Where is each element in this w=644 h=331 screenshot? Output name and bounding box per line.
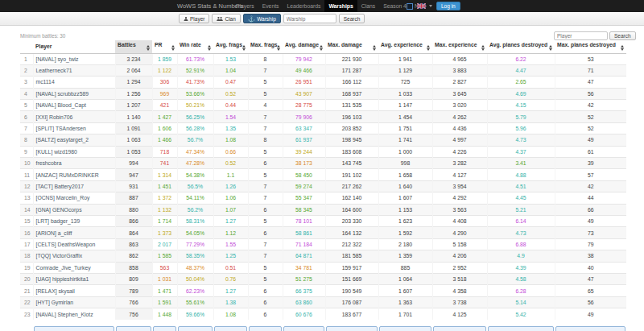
nav-link-clans[interactable]: Clans: [357, 0, 379, 12]
player-name-link[interactable]: [XXI] Robin706: [33, 111, 115, 122]
player-name-link[interactable]: [ANZAC] RUMxDRINKER: [33, 169, 115, 180]
cell-max_experience: 5 158: [432, 238, 487, 250]
column-filter-input[interactable]: [178, 326, 213, 331]
player-name-link[interactable]: [SPLIT] TSAndersen: [33, 122, 115, 134]
cell-max_frags: 8: [248, 53, 283, 64]
column-header-battles[interactable]: Battles: [115, 40, 152, 53]
cell-max_frags: 4: [248, 100, 283, 111]
column-filter-input[interactable]: [283, 326, 324, 331]
nav-link-events[interactable]: Events: [258, 0, 283, 12]
column-filter-input[interactable]: [249, 326, 282, 331]
column-header-max_damage[interactable]: Max. damage: [325, 40, 378, 53]
player-search-mode-button[interactable]: Player: [179, 14, 209, 23]
player-filter-search-button[interactable]: Search: [609, 31, 636, 40]
cell-avg_damage: 59 274: [283, 180, 325, 192]
language-selector[interactable]: [417, 3, 432, 9]
column-filter-input[interactable]: [116, 326, 151, 331]
cell-max_experience: 3 883: [432, 64, 487, 76]
column-filter-input[interactable]: [326, 326, 378, 331]
column-header-avg_frags[interactable]: Avg. frags: [213, 40, 248, 53]
cell-avg_planes: 5.21: [487, 204, 555, 215]
cell-max_experience: 3 282: [432, 158, 487, 169]
cell-win_rate: 59.66%: [177, 308, 213, 320]
cell-avg_experience: 1 064: [378, 273, 432, 284]
nav-link-leaderboards[interactable]: Leaderboards: [283, 0, 324, 12]
column-filter-input[interactable]: [214, 326, 247, 331]
cell-win_rate: 54.05%: [177, 227, 213, 238]
rank-cell: 7: [20, 122, 33, 134]
login-button[interactable]: Log in: [436, 2, 460, 10]
warship-search-input[interactable]: [283, 14, 336, 23]
player-name-link[interactable]: [NAVAL] scrubbzz589: [33, 88, 115, 99]
player-filter-input[interactable]: [554, 31, 608, 40]
player-name-link[interactable]: [GNA] GENOcorps: [33, 204, 115, 215]
cell-max_experience: 2 952: [432, 262, 487, 273]
column-header-label: Max. frags: [250, 42, 278, 48]
column-filter-input[interactable]: [34, 326, 114, 331]
player-name-link[interactable]: [KULL] wizd1980: [33, 146, 115, 157]
column-header-avg_experience[interactable]: Avg. experience: [378, 40, 432, 53]
player-name-link[interactable]: [RELAX] skysail: [33, 285, 115, 296]
player-name-link[interactable]: [NAVAL] Stephen_Klotz: [33, 308, 115, 320]
nav-link-warships[interactable]: Warships: [324, 0, 357, 12]
cell-max_experience: 3 020: [432, 100, 487, 111]
player-name-link[interactable]: [ARION] a_cliff: [33, 227, 115, 238]
navbar-right: Log in: [407, 0, 460, 12]
player-name-link[interactable]: [CELTS] DeathsWeapon: [33, 238, 115, 250]
player-name-link[interactable]: [LRT] badger_139: [33, 215, 115, 226]
cell-battles: 947: [115, 169, 152, 180]
nav-link-players[interactable]: Players: [232, 0, 258, 12]
cell-max_frags: 6: [248, 158, 283, 169]
player-name-link[interactable]: mc1114: [33, 77, 115, 88]
column-header-avg_damage[interactable]: Avg. damage: [283, 40, 325, 53]
column-filter-input[interactable]: [379, 326, 431, 331]
player-name-link[interactable]: [TACT] Battery2017: [33, 180, 115, 192]
person-icon: [184, 16, 188, 22]
cell-pr: 1 606: [152, 122, 177, 134]
column-filter-input[interactable]: [433, 326, 486, 331]
player-name-link[interactable]: [NAVAL] syo_twiz: [33, 53, 115, 64]
cell-battles: 1 294: [115, 77, 152, 88]
warship-search-mode-button[interactable]: ⚓ Warship: [243, 14, 281, 23]
cell-pr: 969: [152, 88, 177, 99]
theme-square-icon[interactable]: [407, 3, 413, 10]
player-name-link[interactable]: Leatherneck71: [33, 64, 115, 76]
player-name-link[interactable]: [HYT] Gymirlan: [33, 296, 115, 308]
player-name-link[interactable]: [SALTZ] easytarget_2: [33, 134, 115, 146]
column-filter-input[interactable]: [555, 326, 625, 331]
cell-max_planes: 71: [555, 64, 626, 76]
player-header[interactable]: Player: [33, 40, 115, 53]
player-name-link[interactable]: [OCNS] Marcelin_Roy: [33, 192, 115, 204]
column-header-max_planes[interactable]: Max. planes destroyed: [555, 40, 626, 53]
cell-max_frags: 7: [248, 111, 283, 122]
cell-max_experience: 4 226: [432, 146, 487, 157]
player-name-link[interactable]: [NAVAL] Blood_Capt: [33, 100, 115, 111]
column-header-win_rate[interactable]: Win rate: [177, 40, 213, 53]
table-row: 23[NAVAL] Stephen_Klotz7561 44859.66%1.0…: [20, 308, 626, 320]
player-name-link[interactable]: Comrade_Jive_Turkey: [33, 262, 115, 273]
column-header-avg_planes[interactable]: Avg. planes destroyed: [487, 40, 555, 53]
cell-battles: 994: [115, 158, 152, 169]
cell-pr: 1 122: [152, 64, 177, 76]
cell-max_frags: 5: [248, 273, 283, 284]
player-name-link[interactable]: [TQQ] VictorGraffix: [33, 250, 115, 262]
column-filter-input[interactable]: [488, 326, 554, 331]
cell-avg_frags: 0.44: [213, 100, 248, 111]
cell-avg_frags: 1.26: [213, 180, 248, 192]
player-name-link[interactable]: [UAG] hippieshirtkita1: [33, 273, 115, 284]
cell-max_planes: 79: [555, 238, 626, 250]
player-name-link[interactable]: freshcobra: [33, 158, 115, 169]
column-filter-input[interactable]: [153, 326, 176, 331]
cell-pr: 1 714: [152, 215, 177, 226]
clan-search-mode-button[interactable]: Clan: [212, 14, 240, 23]
rank-cell: 11: [20, 169, 33, 180]
column-header-max_frags[interactable]: Max. frags: [248, 40, 283, 53]
table-row: 8[SALTZ] easytarget_21 0631 46656.7%1.08…: [20, 134, 626, 146]
column-header-pr[interactable]: PR: [152, 40, 177, 53]
cell-max_damage: 166 112: [325, 77, 378, 88]
table-row: 15[LRT] badger_1398661 71458.31%1.27578 …: [20, 215, 626, 226]
cell-avg_experience: 1 751: [378, 122, 432, 134]
column-header-max_experience[interactable]: Max. experience: [432, 40, 487, 53]
cell-avg_frags: 1.1: [213, 169, 248, 180]
toolbar-search-button[interactable]: Search: [339, 14, 365, 23]
